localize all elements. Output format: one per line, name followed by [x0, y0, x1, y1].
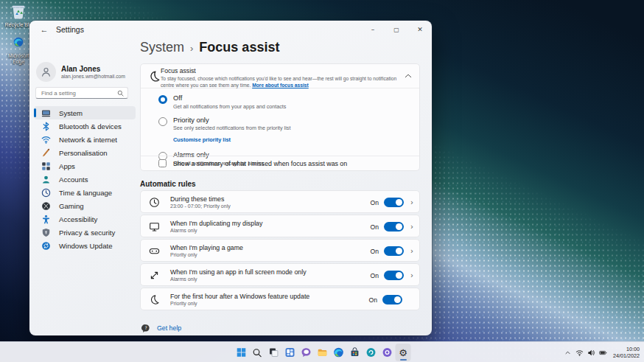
- sidebar-item-accounts[interactable]: Accounts: [34, 173, 136, 186]
- chat-icon: [301, 347, 312, 358]
- sidebar-item-windows-update[interactable]: Windows Update: [34, 239, 136, 252]
- user-email: alan.jones.wm@hotmail.com: [61, 74, 125, 79]
- radio-option-off[interactable]: OffGet all notifications from your apps …: [141, 91, 419, 113]
- sidebar-item-accessibility[interactable]: Accessibility: [34, 212, 136, 226]
- titlebar: ← Settings – ▢ ✕: [29, 21, 432, 38]
- sidebar-item-label: Accessibility: [59, 215, 97, 223]
- get-help-link[interactable]: Get help: [157, 324, 181, 332]
- edge-icon: [333, 347, 344, 358]
- back-button[interactable]: ←: [38, 25, 50, 34]
- taskbar-start-button[interactable]: [234, 344, 249, 361]
- search-input[interactable]: [40, 89, 117, 97]
- taskbar-store-button[interactable]: [347, 344, 363, 361]
- rule-title: During these times: [170, 195, 224, 203]
- sidebar-item-gaming[interactable]: Gaming: [34, 199, 136, 212]
- toggle-switch[interactable]: [384, 222, 404, 232]
- page-title: Focus assist: [199, 40, 279, 55]
- active-app-indicator: [400, 359, 407, 361]
- apps-icon: [41, 161, 51, 171]
- taskbar-task-view-button[interactable]: [266, 344, 281, 361]
- tray-chevron-up-icon[interactable]: [564, 349, 572, 357]
- chevron-right-icon[interactable]: ›: [409, 247, 413, 255]
- toggle-state-label: On: [369, 296, 377, 304]
- option-text: Priority onlySee only selected notificat…: [173, 116, 290, 145]
- sidebar-item-personalisation[interactable]: Personalisation: [34, 146, 136, 159]
- rule-card[interactable]: For the first hour after a Windows featu…: [140, 288, 420, 310]
- sidebar-item-bluetooth-devices[interactable]: Bluetooth & devices: [34, 119, 136, 133]
- rule-card[interactable]: When I'm playing a gamePriority onlyOn›: [140, 239, 420, 262]
- option-label: Off: [173, 94, 286, 102]
- taskbar-file-explorer-button[interactable]: [315, 344, 330, 361]
- sidebar-item-label: Windows Update: [59, 242, 113, 250]
- chevron-right-icon[interactable]: ›: [409, 198, 413, 206]
- summary-checkbox[interactable]: [158, 159, 167, 167]
- breadcrumb-parent[interactable]: System: [140, 40, 184, 55]
- window-controls: – ▢ ✕: [361, 21, 432, 38]
- rule-card[interactable]: During these times23:00 - 07:00; Priorit…: [140, 190, 420, 213]
- customise-priority-link[interactable]: Customise priority list: [173, 136, 231, 143]
- sidebar-item-system[interactable]: System: [34, 106, 136, 119]
- main-content: System › Focus assist Focus assist To st…: [140, 37, 432, 335]
- close-button[interactable]: ✕: [408, 21, 432, 38]
- rule-title: For the first hour after a Windows featu…: [170, 293, 309, 300]
- sidebar-item-label: Accounts: [59, 175, 88, 184]
- volume-icon[interactable]: [587, 349, 595, 357]
- taskbar-purple-app-button[interactable]: [379, 344, 395, 361]
- chevron-up-icon[interactable]: [405, 73, 412, 79]
- user-profile[interactable]: Alan Jones alan.jones.wm@hotmail.com: [36, 62, 125, 82]
- sidebar-item-label: Gaming: [59, 202, 84, 210]
- sidebar: Alan Jones alan.jones.wm@hotmail.com Sys…: [29, 38, 140, 335]
- time-language-icon: [41, 188, 51, 198]
- privacy-icon: [41, 228, 51, 237]
- accounts-icon: [41, 175, 51, 184]
- automatic-rules-list: During these times23:00 - 07:00; Priorit…: [140, 190, 420, 312]
- desktop-icon-label: Recycle Bin: [5, 22, 32, 28]
- option-label: Priority only: [173, 116, 290, 124]
- rule-title: When I'm using an app in full screen mod…: [170, 268, 307, 276]
- taskbar-settings-button[interactable]: ⚙: [396, 344, 411, 361]
- taskbar-chat-button[interactable]: [298, 344, 314, 361]
- toggle-switch[interactable]: [384, 246, 404, 256]
- radio-button[interactable]: [158, 117, 167, 126]
- taskbar-edge-button[interactable]: [331, 344, 346, 361]
- chevron-right-icon[interactable]: ›: [409, 271, 413, 279]
- fullscreen-icon: [149, 270, 160, 281]
- rule-card[interactable]: When I'm using an app in full screen mod…: [140, 263, 420, 286]
- more-about-focus-assist-link[interactable]: More about focus assist: [252, 83, 309, 88]
- focus-assist-title: Focus assist: [161, 67, 397, 74]
- summary-checkbox-row[interactable]: Show a summary of what I missed when foc…: [141, 156, 419, 170]
- rule-controls: On: [369, 288, 413, 311]
- toggle-switch[interactable]: [382, 295, 402, 304]
- sidebar-item-time-language[interactable]: Time & language: [34, 186, 136, 199]
- taskbar-widgets-button[interactable]: [282, 344, 298, 361]
- minimize-button[interactable]: –: [361, 21, 385, 38]
- sidebar-item-label: Bluetooth & devices: [59, 122, 122, 130]
- clock[interactable]: 10:00 24/01/2022: [613, 346, 640, 359]
- wifi-icon[interactable]: [575, 349, 584, 357]
- rule-subtitle: Alarms only: [170, 228, 197, 233]
- radio-button[interactable]: [158, 95, 167, 104]
- rule-card[interactable]: When I'm duplicating my displayAlarms on…: [140, 215, 420, 237]
- summary-checkbox-label: Show a summary of what I missed when foc…: [173, 160, 347, 167]
- get-help[interactable]: ? Get help: [141, 324, 181, 333]
- sidebar-item-apps[interactable]: Apps: [34, 159, 136, 173]
- toggle-switch[interactable]: [384, 198, 404, 207]
- battery-icon[interactable]: [599, 349, 607, 357]
- search-box[interactable]: [35, 87, 128, 99]
- chevron-right-icon[interactable]: ›: [409, 223, 413, 231]
- file-explorer-icon: [317, 347, 328, 358]
- recycle-bin-icon: [9, 1, 28, 21]
- radio-option-priority-only[interactable]: Priority onlySee only selected notificat…: [141, 113, 419, 148]
- taskbar-icons: ⚙: [234, 342, 411, 362]
- maximize-button[interactable]: ▢: [385, 21, 408, 38]
- person-icon: [41, 66, 52, 77]
- taskbar: ⚙ 10:00 24/01/2022: [0, 341, 644, 362]
- toggle-switch[interactable]: [384, 271, 404, 280]
- taskbar-search-button[interactable]: [250, 344, 265, 361]
- focus-assist-header[interactable]: Focus assist To stay focused, choose whi…: [141, 64, 419, 88]
- rule-controls: On›: [371, 215, 413, 238]
- sidebar-item-network-internet[interactable]: Network & internet: [34, 133, 136, 146]
- taskbar-teal-app-button[interactable]: [363, 344, 379, 361]
- task-view-icon: [268, 347, 279, 358]
- sidebar-item-privacy-security[interactable]: Privacy & security: [34, 226, 136, 239]
